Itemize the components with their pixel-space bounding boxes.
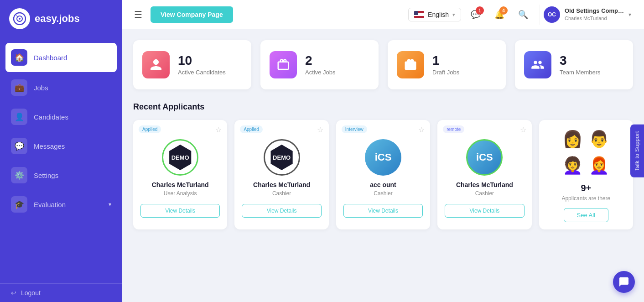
messages-badge: 1 (476, 6, 484, 15)
applicant-role: User Analysis (164, 190, 197, 197)
sidebar-item-evaluation[interactable]: 🎓 Evaluation ▾ (0, 190, 122, 219)
recent-applicants-section: Recent Applicants Applied ☆ DEMO Charles… (133, 102, 633, 229)
applicant-name: acc ount (370, 181, 396, 188)
applicant-avatar: DEMO (264, 139, 300, 176)
sidebar-item-candidates[interactable]: 👤 Candidates (0, 102, 122, 131)
see-all-card: 👩 👨 👩‍🦱 👩‍🦰 9+ Applicants are there See … (539, 120, 633, 229)
applicant-avatar: iCS (466, 139, 503, 176)
team-members-number: 3 (560, 54, 601, 67)
main-content: ☰ View Company Page English ▾ 💬 1 🔔 4 🔍 … (122, 0, 644, 302)
mini-avatar: 👩‍🦰 (587, 154, 611, 177)
team-members-label: Team Members (560, 69, 601, 76)
sidebar-item-label: Dashboard (34, 54, 67, 62)
chat-bubble-button[interactable] (613, 271, 635, 293)
star-icon[interactable]: ☆ (215, 125, 222, 134)
see-all-label: Applicants are there (561, 195, 610, 202)
logout-icon: ↩ (11, 289, 16, 297)
language-selector[interactable]: English ▾ (408, 8, 461, 21)
sidebar-item-label: Settings (34, 172, 58, 179)
mini-avatar: 👩‍🦱 (561, 154, 585, 177)
applicant-name: Charles McTurland (253, 181, 310, 188)
view-details-button[interactable]: View Details (343, 204, 423, 218)
sidebar-logout[interactable]: ↩ Logout (0, 283, 122, 302)
mini-avatar: 👩 (561, 127, 585, 151)
company-avatar: OC (544, 6, 560, 23)
applicant-card: remote ☆ iCS Charles McTurland Cashier V… (437, 120, 531, 229)
active-jobs-label: Active Jobs (305, 69, 335, 76)
applicant-role: Cashier (374, 190, 392, 197)
team-members-icon (524, 51, 551, 78)
hamburger-button[interactable]: ☰ (131, 6, 145, 23)
mini-avatar: 👨 (587, 127, 611, 151)
sidebar-item-label: Jobs (34, 84, 48, 92)
applicant-card: Applied ☆ DEMO Charles McTurland Cashier… (234, 120, 328, 229)
active-jobs-icon (270, 51, 297, 78)
sidebar-item-jobs[interactable]: 💼 Jobs (0, 73, 122, 102)
star-icon[interactable]: ☆ (317, 125, 323, 134)
applicant-role: Cashier (272, 190, 291, 197)
sidebar-item-label: Evaluation (34, 201, 66, 208)
sidebar-item-label: Candidates (34, 113, 68, 121)
applicant-role: Cashier (475, 190, 494, 197)
notifications-button[interactable]: 🔔 4 (490, 5, 509, 24)
stat-card-active-candidates: 10 Active Candidates (133, 40, 251, 89)
company-name: Old Settings Company... ✓ (565, 7, 624, 15)
sidebar: easy.jobs 🏠 Dashboard 💼 Jobs 👤 Candidate… (0, 0, 122, 302)
draft-jobs-icon (397, 51, 424, 78)
svg-point-2 (19, 18, 21, 20)
avatar-group: 👩 👨 👩‍🦱 👩‍🦰 (561, 127, 611, 177)
sidebar-logo: easy.jobs (0, 0, 122, 37)
active-candidates-number: 10 (178, 54, 226, 67)
see-all-button[interactable]: See All (564, 208, 608, 222)
language-label: English (428, 11, 449, 18)
view-details-button[interactable]: View Details (242, 204, 321, 218)
stat-card-draft-jobs: 1 Draft Jobs (388, 40, 506, 89)
company-user: Charles McTurland (565, 15, 624, 22)
applicant-name: Charles McTurland (152, 181, 209, 188)
applicant-card: Interview ☆ iCS acc ount Cashier View De… (336, 120, 430, 229)
draft-jobs-number: 1 (432, 54, 459, 67)
active-jobs-number: 2 (305, 54, 335, 67)
candidates-icon: 👤 (11, 109, 27, 125)
sidebar-item-dashboard[interactable]: 🏠 Dashboard (5, 43, 117, 72)
view-details-button[interactable]: View Details (140, 204, 220, 218)
view-company-button[interactable]: View Company Page (151, 6, 233, 23)
star-icon[interactable]: ☆ (520, 125, 526, 134)
dashboard-content: 10 Active Candidates 2 Active Jobs 1 (122, 29, 644, 302)
header: ☰ View Company Page English ▾ 💬 1 🔔 4 🔍 … (122, 0, 644, 29)
chevron-down-icon: ▾ (109, 201, 111, 208)
notifications-badge: 4 (499, 6, 508, 15)
applicant-avatar: DEMO (162, 139, 198, 176)
sidebar-nav: 🏠 Dashboard 💼 Jobs 👤 Candidates 💬 Messag… (0, 37, 122, 283)
applicant-badge: Interview (342, 125, 367, 133)
applicant-badge: remote (443, 125, 464, 133)
sidebar-item-label: Messages (34, 142, 65, 150)
star-icon[interactable]: ☆ (418, 125, 425, 134)
search-button[interactable]: 🔍 (514, 5, 532, 24)
evaluation-icon: 🎓 (11, 196, 27, 213)
applicant-avatar: iCS (365, 139, 401, 176)
messages-icon: 💬 (11, 138, 27, 154)
applicant-badge: Applied (139, 125, 161, 133)
logout-label: Logout (21, 289, 41, 297)
applicant-badge: Applied (240, 125, 262, 133)
support-button[interactable]: Talk to Support (630, 125, 644, 177)
applicant-name: Charles McTurland (456, 181, 513, 188)
company-info: OC Old Settings Company... ✓ Charles McT… (540, 5, 635, 25)
jobs-icon: 💼 (11, 79, 27, 96)
stat-card-team-members: 3 Team Members (515, 40, 633, 89)
company-chevron-icon[interactable]: ▾ (628, 11, 631, 18)
messages-button[interactable]: 💬 1 (467, 5, 485, 24)
logo-icon (9, 8, 30, 29)
active-candidates-icon (142, 51, 170, 78)
sidebar-item-messages[interactable]: 💬 Messages (0, 131, 122, 161)
app-name: easy.jobs (35, 13, 80, 25)
sidebar-item-settings[interactable]: ⚙️ Settings (0, 161, 122, 190)
active-candidates-label: Active Candidates (178, 69, 226, 76)
view-details-button[interactable]: View Details (445, 204, 524, 218)
draft-jobs-label: Draft Jobs (432, 69, 459, 76)
applicants-grid: Applied ☆ DEMO Charles McTurland User An… (133, 120, 633, 229)
settings-icon: ⚙️ (11, 167, 27, 183)
see-all-count: 9+ (581, 183, 591, 193)
applicant-card: Applied ☆ DEMO Charles McTurland User An… (133, 120, 227, 229)
